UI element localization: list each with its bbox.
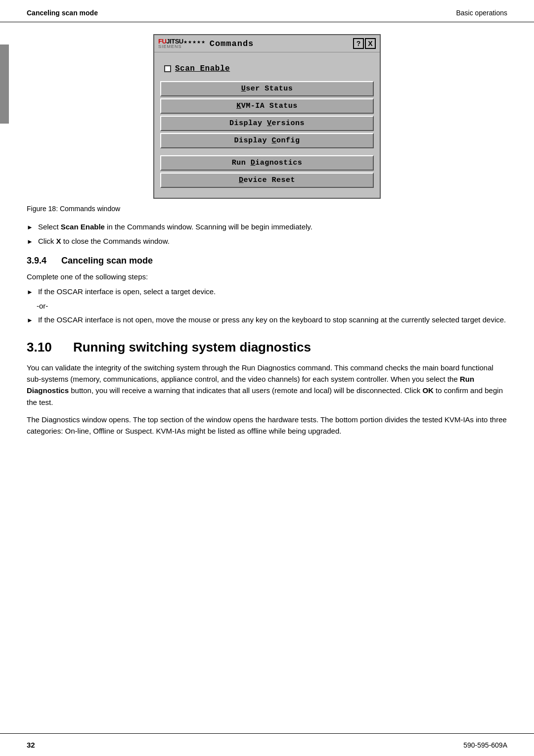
section-394-intro: Complete one of the sollowing steps:	[27, 271, 507, 282]
bullet-arrow-icon: ►	[27, 222, 33, 232]
scan-enable-checkbox[interactable]	[164, 65, 171, 72]
section-394-label: Canceling scan mode	[61, 256, 153, 266]
page-header: Canceling scan mode Basic operations	[0, 0, 534, 22]
logo-brand: SIEMENS	[158, 44, 206, 49]
footer-page-number: 32	[27, 741, 35, 749]
footer-doc-number: 590-595-609A	[463, 741, 507, 749]
run-diagnostics-button[interactable]: Run Diagnostics	[160, 155, 374, 171]
commands-buttons-group1: User Status KVM-IA Status Display Versio…	[160, 81, 374, 148]
bullet-arrow-icon: ►	[27, 315, 33, 325]
header-section-title: Canceling scan mode	[27, 9, 98, 17]
fujitsu-logo: FUJITSU★★★★★ SIEMENS	[158, 38, 206, 49]
scan-enable-label: Scan Enable	[175, 64, 230, 73]
figure-caption: Figure 18: Commands window	[27, 205, 507, 213]
commands-titlebar-left: FUJITSU★★★★★ SIEMENS Commands	[158, 38, 254, 49]
header-chapter-title: Basic operations	[456, 9, 507, 17]
kvm-ia-status-button[interactable]: KVM-IA Status	[160, 98, 374, 114]
commands-window: FUJITSU★★★★★ SIEMENS Commands ? X	[153, 34, 381, 199]
help-button[interactable]: ?	[353, 38, 364, 49]
scan-enable-row: Scan Enable	[160, 60, 374, 81]
sidebar-tab	[0, 44, 9, 124]
commands-window-title: Commands	[210, 39, 254, 48]
bullet-item-close-x: ► Click X to close the Commands window.	[27, 236, 507, 247]
or-label: -or-	[37, 302, 48, 310]
section-310-para2: The Diagnostics window opens. The top se…	[27, 414, 507, 437]
commands-body: Scan Enable User Status KVM-IA Status Di…	[154, 52, 380, 198]
bullet-text-scan-enable: Select Scan Enable in the Commands windo…	[38, 222, 312, 233]
bullet-item-scan-enable: ► Select Scan Enable in the Commands win…	[27, 222, 507, 233]
section-310-label: Running switching system diagnostics	[73, 340, 311, 355]
display-versions-button[interactable]: Display Versions	[160, 116, 374, 131]
bullet-item-oscar-open: ► If the OSCAR interface is open, select…	[27, 286, 507, 298]
section-310-heading: 3.10 Running switching system diagnostic…	[27, 340, 507, 355]
bullet-text-oscar-not-open: If the OSCAR interface is not open, move…	[38, 314, 506, 326]
bullet-item-or: -or-	[27, 301, 507, 312]
section-310-body: You can validate the integrity of the sw…	[27, 362, 507, 437]
section-394-heading: 3.9.4 Canceling scan mode	[27, 256, 507, 266]
section-394-num: 3.9.4	[27, 256, 46, 266]
section-394: 3.9.4 Canceling scan mode Complete one o…	[27, 256, 507, 326]
commands-titlebar: FUJITSU★★★★★ SIEMENS Commands ? X	[154, 35, 380, 52]
section-394-bullets: ► If the OSCAR interface is open, select…	[27, 286, 507, 326]
commands-buttons-group2: Run Diagnostics Device Reset	[160, 155, 374, 188]
titlebar-buttons: ? X	[353, 38, 376, 49]
section-310: 3.10 Running switching system diagnostic…	[27, 340, 507, 437]
section-310-para1: You can validate the integrity of the sw…	[27, 362, 507, 408]
main-content: FUJITSU★★★★★ SIEMENS Commands ? X	[0, 22, 534, 473]
section-310-num: 3.10	[27, 340, 52, 355]
display-config-button[interactable]: Display Config	[160, 133, 374, 148]
commands-window-wrapper: FUJITSU★★★★★ SIEMENS Commands ? X	[27, 34, 507, 199]
bullet-arrow-icon: ►	[27, 237, 33, 247]
user-status-button[interactable]: User Status	[160, 81, 374, 96]
device-reset-button[interactable]: Device Reset	[160, 173, 374, 188]
bullet-text-close-x: Click X to close the Commands window.	[38, 236, 170, 247]
scan-enable-bullets: ► Select Scan Enable in the Commands win…	[27, 222, 507, 247]
bullet-item-oscar-not-open: ► If the OSCAR interface is not open, mo…	[27, 314, 507, 326]
close-button[interactable]: X	[365, 38, 376, 49]
bullet-arrow-icon: ►	[27, 287, 33, 297]
bullet-text-oscar-open: If the OSCAR interface is open, select a…	[38, 286, 216, 298]
page: Canceling scan mode Basic operations FUJ…	[0, 0, 534, 756]
page-footer: 32 590-595-609A	[0, 733, 534, 756]
